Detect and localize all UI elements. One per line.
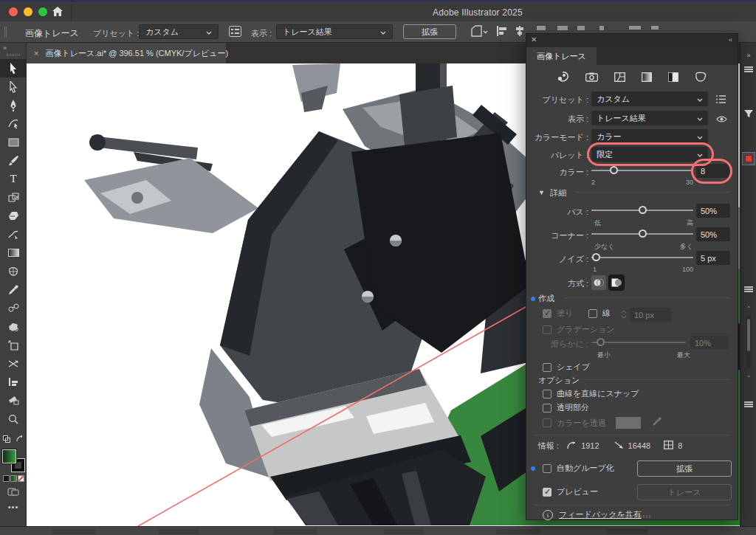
align-left-icon[interactable] [496, 25, 508, 40]
noise-value-field[interactable]: 5 px [696, 251, 730, 265]
none-mode-icon[interactable] [18, 475, 24, 482]
gradient-mode-icon[interactable] [10, 475, 17, 482]
align-icon-partial[interactable] [577, 26, 585, 30]
autogroup-checkbox[interactable] [543, 464, 551, 473]
control-bar-grip[interactable] [4, 27, 7, 38]
shape-checkbox[interactable] [543, 363, 551, 372]
method-overlapping-button[interactable] [609, 275, 624, 290]
close-window-button[interactable] [9, 7, 18, 16]
selection-tool[interactable] [0, 59, 27, 77]
tab-close-icon[interactable]: × [34, 49, 38, 58]
swap-fill-stroke-icon[interactable] [16, 432, 24, 446]
advanced-disclosure-icon[interactable]: ▼ [538, 189, 545, 196]
filter-funnel-icon[interactable] [740, 108, 756, 121]
dock-expand-icon[interactable]: » [740, 52, 756, 59]
pen-tool[interactable] [0, 96, 27, 114]
rectangle-tool[interactable] [0, 133, 27, 151]
paths-value-field[interactable]: 50% [696, 204, 730, 218]
toolbar-grip[interactable] [7, 54, 20, 56]
align-icon-partial[interactable] [599, 26, 604, 30]
smooth-slider[interactable] [591, 336, 686, 349]
align-icon-partial[interactable] [629, 26, 641, 30]
default-fill-stroke-icon[interactable] [3, 432, 10, 446]
preset-menu-icon[interactable] [715, 94, 726, 107]
transparent-checkbox[interactable] [543, 404, 551, 413]
stroke-width-field[interactable]: 10 px [630, 308, 671, 322]
high-color-icon[interactable] [585, 72, 598, 85]
panel-collapse-icon[interactable]: ‹‹ [729, 36, 732, 44]
method-abutting-button[interactable] [591, 275, 606, 290]
corners-slider[interactable] [591, 227, 693, 241]
align-center-icon[interactable] [514, 25, 526, 40]
direct-selection-tool[interactable] [0, 77, 27, 96]
stroke-checkbox[interactable] [588, 309, 597, 318]
panel-expand-button[interactable]: 拡張 [637, 460, 732, 477]
swatch-red-icon[interactable] [742, 152, 755, 165]
blend-tool[interactable] [0, 299, 27, 317]
view-dropdown[interactable]: トレース結果 [276, 24, 393, 39]
outline-icon[interactable] [695, 72, 707, 85]
panel-menu-icon[interactable] [744, 66, 753, 72]
type-tool[interactable]: T [0, 170, 27, 188]
smooth-value-field[interactable]: 10% [690, 336, 729, 350]
mesh-tool[interactable] [0, 262, 27, 280]
scrollbar[interactable] [746, 316, 751, 367]
column-graph-tool[interactable] [0, 373, 27, 391]
grayscale-icon[interactable] [642, 72, 652, 85]
align-icon-partial[interactable] [537, 26, 546, 30]
knockout-checkbox[interactable] [543, 418, 551, 427]
free-transform-tool[interactable] [0, 188, 27, 207]
paintbrush-tool[interactable] [0, 151, 27, 170]
color-mode-icon[interactable] [3, 475, 10, 482]
eyedropper-tool[interactable] [0, 280, 27, 299]
scroll-down-icon[interactable]: ⌄ [740, 372, 756, 379]
minimize-window-button[interactable] [24, 7, 32, 16]
scroll-up-icon[interactable]: ⌃ [740, 306, 756, 312]
auto-color-icon[interactable] [557, 71, 569, 86]
gradient-checkbox[interactable] [543, 325, 551, 334]
noise-slider[interactable] [591, 251, 693, 264]
trace-button[interactable]: トレース [637, 484, 732, 500]
corners-value-field[interactable]: 50% [696, 227, 730, 241]
draw-mode-icon[interactable] [7, 486, 19, 499]
stepper-icon[interactable] [621, 308, 627, 322]
curvature-tool[interactable] [0, 114, 27, 133]
align-icon-partial[interactable] [651, 26, 659, 30]
knockout-color-swatch[interactable] [616, 417, 641, 429]
panel-resize-grip[interactable] [614, 515, 650, 518]
black-white-icon[interactable] [668, 72, 678, 85]
gradient-tool[interactable] [0, 244, 27, 262]
shaper-tool[interactable] [0, 225, 27, 244]
low-color-icon[interactable] [614, 72, 625, 85]
corners-slider-thumb[interactable] [639, 229, 647, 238]
align-icon-partial[interactable] [557, 26, 568, 30]
snap-checkbox[interactable] [543, 390, 551, 398]
advanced-label[interactable]: 詳細 [550, 187, 566, 199]
paths-slider-thumb[interactable] [639, 206, 647, 214]
panel-close-icon[interactable]: ✕ [531, 35, 537, 44]
smooth-slider-thumb[interactable] [597, 338, 605, 346]
zoom-window-button[interactable] [38, 7, 47, 16]
eye-icon[interactable] [716, 113, 727, 126]
document-tab[interactable]: × 画像トレース.ai* @ 396.51 % (CMYK/プレビュー) [27, 43, 226, 63]
edit-toolbar-icon[interactable]: ••• [8, 503, 19, 511]
trace-panel-toggle-icon[interactable] [229, 26, 241, 40]
panel-colormode-dropdown[interactable]: カラー [591, 129, 708, 144]
toolbar-expand-icon[interactable]: » [0, 43, 26, 53]
panel-view-dropdown[interactable]: トレース結果 [591, 111, 708, 125]
zoom-tool[interactable] [0, 410, 27, 428]
symbol-sprayer-tool[interactable] [0, 317, 27, 336]
width-tool[interactable] [0, 354, 27, 373]
fill-swatch[interactable] [2, 449, 16, 463]
panel-preset-dropdown[interactable]: カスタム [591, 92, 708, 106]
panel-tab[interactable]: 画像トレース [526, 47, 597, 65]
color-slider-thumb[interactable] [610, 166, 618, 174]
panel-menu-icon[interactable] [744, 401, 753, 407]
preview-checkbox[interactable] [543, 488, 551, 497]
eraser-tool[interactable] [0, 207, 27, 225]
noise-slider-thumb[interactable] [592, 253, 600, 261]
preset-dropdown[interactable]: カスタム [139, 24, 219, 39]
document-setup-icon[interactable] [470, 25, 489, 41]
panel-menu-icon[interactable] [744, 286, 753, 292]
eyedropper-icon[interactable] [652, 416, 662, 429]
